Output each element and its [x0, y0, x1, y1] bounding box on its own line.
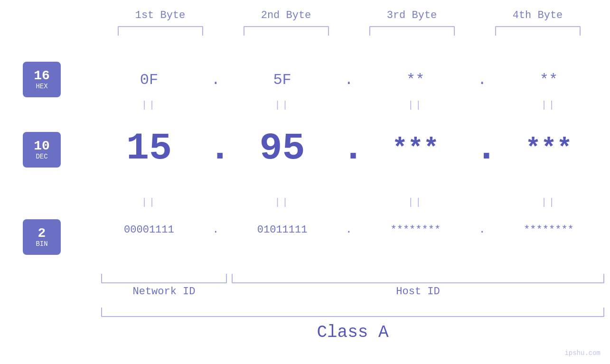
dec-label: DEC — [36, 153, 47, 160]
bin-dot-1: . — [208, 224, 223, 236]
sep-hex-4: || — [505, 100, 592, 111]
network-id-bracket — [101, 274, 227, 283]
bracket-2 — [244, 26, 329, 36]
class-label: Class A — [101, 323, 604, 342]
dec-num: 10 — [34, 140, 50, 153]
bin-b1: 00001111 — [105, 224, 193, 236]
hex-label: HEX — [36, 83, 47, 90]
bin-num: 2 — [38, 227, 46, 240]
hex-b1: 0F — [105, 71, 193, 89]
dec-dot-3: . — [475, 126, 489, 171]
bin-dot-2: . — [342, 224, 356, 236]
sep-dec-1: || — [105, 197, 193, 208]
dec-dot-1: . — [208, 126, 223, 171]
bin-b3: ******** — [372, 224, 460, 236]
byte-header-3: 3rd Byte — [368, 9, 456, 21]
hex-b2: 5F — [238, 71, 326, 89]
dec-badge: 10 DEC — [23, 132, 61, 168]
bracket-4 — [495, 26, 581, 36]
bracket-3 — [369, 26, 455, 36]
host-id-bracket — [232, 274, 604, 283]
watermark: ipshu.com — [564, 349, 601, 357]
hex-num: 16 — [34, 69, 50, 83]
byte-header-4: 4th Byte — [494, 9, 582, 21]
hex-dot-3: . — [475, 71, 489, 89]
bin-badge: 2 BIN — [23, 219, 61, 255]
hex-b4: ** — [505, 71, 592, 89]
dec-b4: *** — [505, 136, 592, 162]
host-id-label: Host ID — [232, 286, 604, 298]
sep-dec-2: || — [238, 197, 326, 208]
sep-hex-3: || — [372, 100, 460, 111]
bin-b2: 01011111 — [238, 224, 326, 236]
hex-badge: 16 HEX — [23, 62, 61, 97]
dec-dot-2: . — [342, 126, 356, 171]
sep-hex-1: || — [105, 100, 193, 111]
sep-hex-2: || — [238, 100, 326, 111]
byte-header-2: 2nd Byte — [242, 9, 330, 21]
byte-header-1: 1st Byte — [116, 9, 204, 21]
class-bracket — [101, 308, 604, 317]
sep-dec-4: || — [505, 197, 592, 208]
network-id-label: Network ID — [101, 286, 227, 298]
dec-b3: *** — [372, 136, 460, 162]
bracket-1 — [118, 26, 203, 36]
dec-b1: 15 — [105, 130, 193, 168]
hex-b3: ** — [372, 71, 460, 89]
bin-b4: ******** — [505, 224, 592, 236]
hex-dot-2: . — [342, 71, 356, 89]
dec-b2: 95 — [238, 130, 326, 168]
bin-label: BIN — [36, 240, 47, 248]
bin-dot-3: . — [475, 224, 489, 236]
sep-dec-3: || — [372, 197, 460, 208]
hex-dot-1: . — [208, 71, 223, 89]
